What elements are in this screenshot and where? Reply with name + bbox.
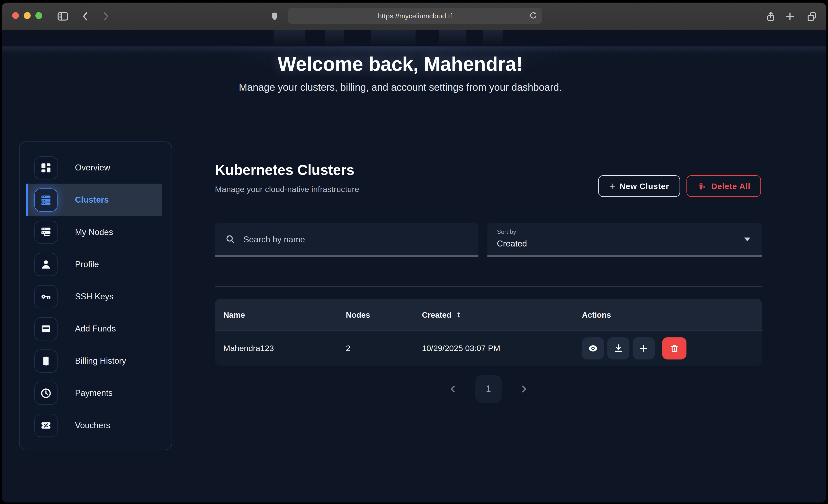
sort-select[interactable]: Sort by Created — [487, 223, 762, 257]
person-icon — [40, 258, 52, 270]
icon-tile — [34, 188, 57, 211]
column-header-name: Name — [223, 299, 245, 331]
icon-tile — [34, 220, 57, 244]
servers-icon — [40, 194, 52, 206]
add-node-button[interactable] — [633, 337, 655, 360]
cluster-actions-cell — [582, 331, 687, 366]
dashboard-icon — [40, 161, 52, 174]
light-streak — [371, 30, 415, 46]
cluster-nodes-cell: 2 — [346, 331, 350, 366]
new-cluster-button[interactable]: + New Cluster — [598, 175, 680, 197]
dashboard-page: Welcome back, Mahendra! Manage your clus… — [2, 30, 826, 503]
tab-overview-icon[interactable] — [805, 9, 819, 23]
column-header-nodes: Nodes — [346, 299, 370, 331]
icon-tile — [34, 156, 57, 179]
sort-label: Sort by — [497, 228, 516, 235]
nodes-icon — [40, 225, 52, 238]
row-actions — [582, 337, 687, 360]
plus-icon: + — [609, 180, 615, 192]
clock-icon — [40, 387, 52, 399]
sidebar-item-label: Profile — [75, 259, 99, 269]
sidebar-item-clusters[interactable]: Clusters — [26, 184, 162, 216]
sidebar-item-label: Overview — [75, 163, 110, 172]
search-input[interactable] — [242, 234, 445, 245]
receipt-icon — [40, 354, 52, 367]
sidebar-item-add-funds[interactable]: Add Funds — [26, 312, 162, 345]
search-icon — [225, 234, 236, 244]
new-tab-icon[interactable] — [783, 9, 797, 23]
sidebar-item-billing-history[interactable]: Billing History — [26, 345, 162, 377]
sidebar-item-payments[interactable]: Payments — [26, 377, 162, 409]
share-icon[interactable] — [764, 9, 778, 23]
cluster-created-cell: 10/29/2025 03:07 PM — [422, 331, 500, 366]
previous-page-button[interactable] — [447, 383, 459, 395]
sidebar-item-vouchers[interactable]: Vouchers — [26, 409, 162, 441]
eye-icon — [587, 342, 599, 354]
back-icon[interactable] — [79, 9, 92, 23]
sidebar-item-ssh-keys[interactable]: SSH Keys — [26, 280, 162, 312]
sidebar-item-label: Clusters — [75, 195, 109, 204]
url-text: https://myceliumcloud.tf — [378, 12, 452, 20]
delete-all-label: Delete All — [711, 181, 750, 191]
plus-icon — [638, 343, 649, 354]
sidebar-item-profile[interactable]: Profile — [26, 248, 162, 280]
sidebar-nav: Overview — [19, 141, 172, 450]
section-divider — [215, 286, 762, 287]
icon-tile — [34, 381, 57, 405]
page-title: Kubernetes Clusters — [215, 162, 355, 178]
download-kubeconfig-button[interactable] — [607, 337, 630, 360]
shield-icon[interactable] — [268, 9, 282, 23]
sidebar-item-label: Vouchers — [75, 420, 110, 430]
table-row: Mahendra123 2 10/29/2025 03:07 PM — [215, 330, 762, 366]
view-cluster-button[interactable] — [582, 337, 604, 360]
next-page-button[interactable] — [518, 383, 530, 395]
welcome-subtitle: Manage your clusters, billing, and accou… — [239, 82, 562, 93]
cluster-name-cell: Mahendra123 — [223, 331, 274, 366]
chevron-right-icon — [519, 384, 529, 394]
light-streak — [439, 30, 466, 46]
sidebar-item-label: My Nodes — [75, 227, 113, 237]
light-streak — [274, 30, 305, 46]
minimize-window-button[interactable] — [24, 12, 31, 19]
sidebar-item-label: SSH Keys — [75, 292, 114, 301]
screen: https://myceliumcloud.tf — [0, 0, 828, 504]
browser-toolbar: https://myceliumcloud.tf — [2, 3, 826, 31]
download-icon — [613, 343, 624, 354]
new-cluster-label: New Cluster — [620, 181, 669, 191]
icon-tile — [34, 253, 57, 276]
key-icon — [40, 290, 52, 303]
welcome-heading: Welcome back, Mahendra! — [278, 53, 523, 76]
sort-value: Created — [497, 239, 527, 249]
clusters-table: Name Nodes Created Actions — [215, 299, 762, 366]
delete-cluster-button[interactable] — [662, 337, 687, 360]
icon-tile — [34, 414, 57, 437]
sidebar-item-label: Add Funds — [75, 324, 116, 333]
maximize-window-button[interactable] — [35, 12, 42, 19]
page-subtitle: Manage your cloud-native infrastructure — [215, 185, 359, 194]
sidebar-toggle-icon[interactable] — [56, 9, 70, 23]
search-field[interactable] — [215, 223, 479, 257]
chevron-down-icon — [744, 238, 751, 241]
sidebar-item-label: Billing History — [75, 356, 126, 366]
sort-updown-icon — [455, 310, 462, 319]
table-header: Name Nodes Created Actions — [215, 299, 762, 331]
browser-window: https://myceliumcloud.tf — [2, 3, 826, 502]
column-header-created[interactable]: Created — [422, 299, 462, 331]
forward-icon[interactable] — [99, 9, 113, 23]
delete-all-button[interactable]: Delete All — [687, 175, 761, 197]
glow-divider — [2, 46, 826, 54]
refresh-icon[interactable] — [528, 10, 538, 21]
trash-sweep-icon — [697, 181, 707, 191]
trash-icon — [669, 343, 679, 354]
icon-tile — [34, 349, 57, 372]
page-number-button[interactable]: 1 — [475, 375, 502, 403]
wallet-icon — [40, 322, 52, 335]
address-bar[interactable]: https://myceliumcloud.tf — [288, 8, 542, 24]
column-header-actions: Actions — [582, 299, 611, 331]
pagination: 1 — [215, 373, 762, 405]
sidebar-item-overview[interactable]: Overview — [26, 152, 162, 183]
close-window-button[interactable] — [12, 12, 19, 19]
icon-tile — [34, 285, 57, 308]
sidebar-item-my-nodes[interactable]: My Nodes — [26, 216, 162, 248]
sidebar-item-label: Payments — [75, 388, 112, 397]
